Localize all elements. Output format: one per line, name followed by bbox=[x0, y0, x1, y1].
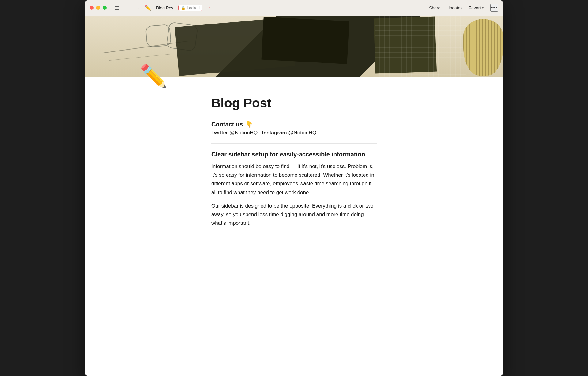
forward-button[interactable]: → bbox=[133, 4, 141, 12]
section-1-paragraph-2: Our sidebar is designed to be the opposi… bbox=[211, 202, 377, 227]
cover-shape-2 bbox=[262, 17, 349, 64]
links-separator: · bbox=[259, 130, 262, 136]
page-icon-small: ✏️ bbox=[145, 5, 151, 11]
more-options-button[interactable]: ••• bbox=[490, 4, 498, 12]
updates-button[interactable]: Updates bbox=[447, 6, 462, 10]
minimize-button[interactable] bbox=[96, 6, 100, 10]
close-button[interactable] bbox=[90, 6, 94, 10]
page-content-area: ✏️ Blog Post Contact us 👇 Twitter @Notio… bbox=[85, 16, 503, 376]
vase-decoration bbox=[463, 19, 503, 76]
contact-links: Twitter @NotionHQ · Instagram @NotionHQ bbox=[211, 130, 377, 136]
lock-icon: 🔒 bbox=[181, 6, 186, 10]
back-button[interactable]: ← bbox=[123, 4, 131, 12]
arrow-indicator: ← bbox=[207, 4, 214, 12]
app-window: ← → ✏️ Blog Post 🔒 Locked ← Share Update… bbox=[85, 0, 503, 376]
sketch-line-2 bbox=[109, 54, 170, 61]
vase-pattern bbox=[463, 19, 503, 76]
favorite-button[interactable]: Favorite bbox=[469, 6, 484, 10]
twitter-label: Twitter bbox=[211, 130, 228, 136]
traffic-lights bbox=[90, 6, 107, 10]
sidebar-toggle-button[interactable] bbox=[115, 6, 119, 10]
contact-section: Contact us 👇 Twitter @NotionHQ · Instagr… bbox=[211, 121, 377, 136]
instagram-handle: @NotionHQ bbox=[288, 130, 316, 136]
share-button[interactable]: Share bbox=[429, 6, 440, 10]
locked-badge[interactable]: 🔒 Locked bbox=[178, 5, 202, 11]
page-body: Blog Post Contact us 👇 Twitter @NotionHQ… bbox=[156, 96, 432, 227]
page-title: Blog Post bbox=[211, 96, 377, 111]
page-emoji: ✏️ bbox=[140, 65, 168, 87]
titlebar-right: Share Updates Favorite ••• bbox=[429, 4, 498, 12]
section-1-heading: Clear sidebar setup for easily-accessibl… bbox=[211, 151, 377, 158]
maximize-button[interactable] bbox=[103, 6, 107, 10]
section-1-paragraph-1: Information should be easy to find — if … bbox=[211, 162, 377, 197]
pattern-overlay bbox=[375, 16, 466, 77]
section-1: Clear sidebar setup for easily-accessibl… bbox=[211, 151, 377, 227]
twitter-handle: @NotionHQ bbox=[229, 130, 258, 136]
titlebar-left: ← → ✏️ Blog Post 🔒 Locked ← bbox=[90, 4, 214, 12]
contact-heading-text: Contact us bbox=[211, 121, 243, 128]
section-divider bbox=[211, 143, 377, 144]
locked-label: Locked bbox=[187, 6, 200, 10]
contact-heading: Contact us 👇 bbox=[211, 121, 377, 128]
contact-emoji: 👇 bbox=[245, 121, 253, 128]
titlebar: ← → ✏️ Blog Post 🔒 Locked ← Share Update… bbox=[85, 0, 503, 16]
page-title-bar: Blog Post bbox=[156, 6, 175, 10]
instagram-label: Instagram bbox=[262, 130, 287, 136]
nav-buttons: ← → bbox=[123, 4, 141, 12]
